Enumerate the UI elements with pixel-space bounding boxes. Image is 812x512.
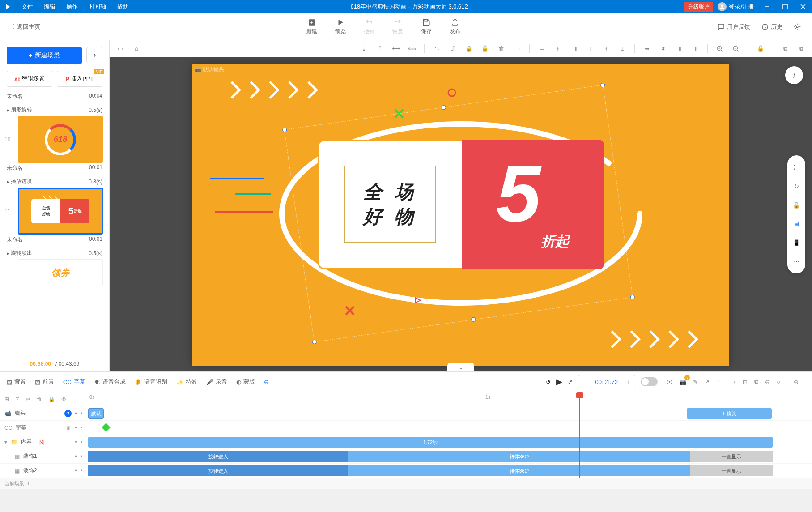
align-hcenter-icon[interactable]: ⫲ [552, 43, 564, 55]
camera-icon[interactable]: 📷v [679, 379, 686, 385]
keyframe-icon[interactable] [102, 423, 111, 432]
history-button[interactable]: 历史 [761, 23, 782, 31]
scene-item[interactable]: 未命名00:01 [7, 163, 102, 173]
tab-fx[interactable]: ✨特效 [176, 378, 197, 386]
focus-icon[interactable]: ⦿ [667, 379, 672, 385]
del-icon[interactable]: 🗑 [66, 425, 72, 431]
upgrade-button[interactable]: 升级账户 [684, 2, 713, 12]
dot-icon[interactable]: • [75, 439, 77, 445]
tab-asr[interactable]: 👂语音识别 [135, 378, 167, 386]
track-deco1[interactable]: ▦ 装饰1 • • [0, 449, 87, 464]
dist-4-icon[interactable]: ⫼ [689, 43, 701, 55]
scene-thumbnail[interactable]: 领券 [18, 259, 103, 286]
smart-scene-button[interactable]: ᴀɪ智能场景 [7, 71, 52, 87]
dot-icon[interactable]: • [81, 425, 82, 431]
unlock2-icon[interactable]: 🔓 [754, 43, 767, 55]
tab-mask[interactable]: ◐蒙版 [236, 378, 255, 386]
menu-timeline[interactable]: 时间轴 [83, 0, 111, 13]
feedback-button[interactable]: 用户反馈 [718, 23, 750, 31]
rewind-icon[interactable]: ↺ [546, 379, 551, 385]
close-button[interactable] [794, 0, 812, 13]
timeline-tracks[interactable]: 0s 1s 默认 1 镜头 1.72秒 旋转进入 转体360° 一直显示 [87, 392, 812, 478]
track-content[interactable]: ▾ 📁 内容 -[9] • • [0, 435, 87, 449]
crop-icon[interactable]: ⬚ [511, 43, 523, 55]
clip-out[interactable]: 一直显示 [690, 451, 773, 462]
align-bottom-icon[interactable]: ⤓ [357, 43, 370, 55]
tab-tts[interactable]: 🗣语音合成 [94, 378, 126, 386]
clip-default[interactable]: 默认 [88, 408, 104, 419]
tab-record[interactable]: 🎤录音 [206, 378, 227, 386]
unlock-icon[interactable]: 🔓 [791, 200, 802, 210]
undo-action[interactable]: 撤销 [364, 18, 374, 35]
unlock-icon[interactable]: 🔓 [479, 43, 491, 55]
clip-mid[interactable]: 转体360° [348, 465, 690, 476]
dot-icon[interactable]: • [81, 410, 82, 417]
new-action[interactable]: 新建 [306, 18, 317, 35]
timeline-track[interactable]: 1.72秒 [87, 435, 812, 449]
delete-icon[interactable]: 🗑 [495, 43, 507, 55]
dot-icon[interactable]: • [81, 468, 82, 474]
chevron-down-icon[interactable]: ▾ [4, 439, 7, 445]
align-b-icon[interactable]: ⫫ [616, 43, 629, 55]
flip-v-icon[interactable]: ⇵ [446, 43, 459, 55]
align-t-icon[interactable]: ⫪ [584, 43, 596, 55]
home-icon[interactable]: ⌂ [130, 43, 143, 55]
settings-button[interactable] [794, 23, 803, 31]
avatar-icon[interactable] [718, 2, 727, 11]
track-camera[interactable]: 📹 镜头 ? • • [0, 406, 87, 421]
redo-action[interactable]: 恢复 [392, 18, 403, 35]
preview-action[interactable]: 预览 [335, 18, 346, 35]
num-icon[interactable]: ⧉ [754, 378, 758, 385]
more-icon[interactable]: ⋯ [791, 256, 802, 267]
timeline-ruler[interactable]: 0s 1s [87, 392, 812, 406]
flip-h-icon[interactable]: ⇋ [430, 43, 443, 55]
login-link[interactable]: 登录/注册 [729, 3, 754, 11]
zoom-in-icon[interactable] [714, 43, 726, 55]
dot-icon[interactable]: • [81, 453, 82, 460]
tab-background[interactable]: ▨背景 [7, 378, 26, 386]
add-right-icon[interactable]: ⊡ [15, 396, 20, 402]
expand-icon[interactable]: ⤢ [568, 379, 573, 385]
scene-thumbnail[interactable]: 618 [18, 116, 103, 163]
slider-icon[interactable]: ○ [777, 379, 780, 385]
menu-help[interactable]: 帮助 [111, 0, 134, 13]
collapse-button[interactable]: ⌄ [447, 363, 474, 371]
dist-h-icon[interactable]: ⬌ [641, 43, 653, 55]
rotate-icon[interactable]: ↻ [791, 181, 802, 192]
scene-item[interactable]: 未命名00:04 [7, 91, 102, 102]
clip-group[interactable]: 旋转进入 转体360° 一直显示 [88, 451, 773, 462]
insert-ppt-button[interactable]: P插入PPTVIP [57, 71, 102, 87]
scene-item[interactable]: 未命名00:01 [7, 235, 102, 245]
tab-sync[interactable]: ⊖ [264, 379, 269, 385]
dot-icon[interactable]: • [75, 468, 77, 474]
timeline-track[interactable]: 默认 1 镜头 [87, 406, 812, 421]
track-subtitle[interactable]: CC 字幕 🗑 • • [0, 421, 87, 435]
time-plus-button[interactable]: + [622, 375, 635, 388]
arrow-icon[interactable]: ↗ [705, 379, 710, 385]
publish-action[interactable]: 发布 [450, 18, 460, 35]
dot-icon[interactable]: • [81, 439, 82, 445]
left-icon[interactable]: ⟨ [734, 379, 736, 385]
clip-content[interactable]: 1.72秒 [88, 437, 773, 448]
mobile-icon[interactable]: 📱 [791, 237, 802, 248]
add-left-icon[interactable]: ⊞ [4, 396, 9, 402]
dist-v-icon[interactable]: ⬍ [657, 43, 669, 55]
align-right-icon[interactable]: ⫣ [568, 43, 580, 55]
new-scene-button[interactable]: +新建场景 [7, 47, 82, 64]
floating-music-button[interactable]: ♪ [785, 66, 803, 84]
box-icon[interactable]: ⊡ [743, 379, 748, 385]
clip-group[interactable]: 旋转进入 转体360° 一直显示 [88, 465, 773, 476]
track-deco2[interactable]: ▦ 装饰2 • • [0, 464, 87, 478]
coupon-graphic[interactable]: 全 场好 物 5折起 [318, 140, 604, 269]
eye-icon[interactable]: 👁 [61, 396, 67, 402]
timeline-track[interactable] [87, 421, 812, 435]
dot-icon[interactable]: • [75, 425, 77, 431]
cursor-icon[interactable]: ⬚ [114, 43, 127, 55]
time-minus-button[interactable]: − [578, 375, 591, 388]
toggle-switch[interactable] [641, 377, 658, 386]
menu-action[interactable]: 操作 [61, 0, 83, 13]
clip-in[interactable]: 旋转进入 [88, 451, 348, 462]
add-icon[interactable]: ⊕ [794, 379, 799, 385]
align-top-icon[interactable]: ⤒ [374, 43, 386, 55]
menu-edit[interactable]: 编辑 [38, 0, 61, 13]
